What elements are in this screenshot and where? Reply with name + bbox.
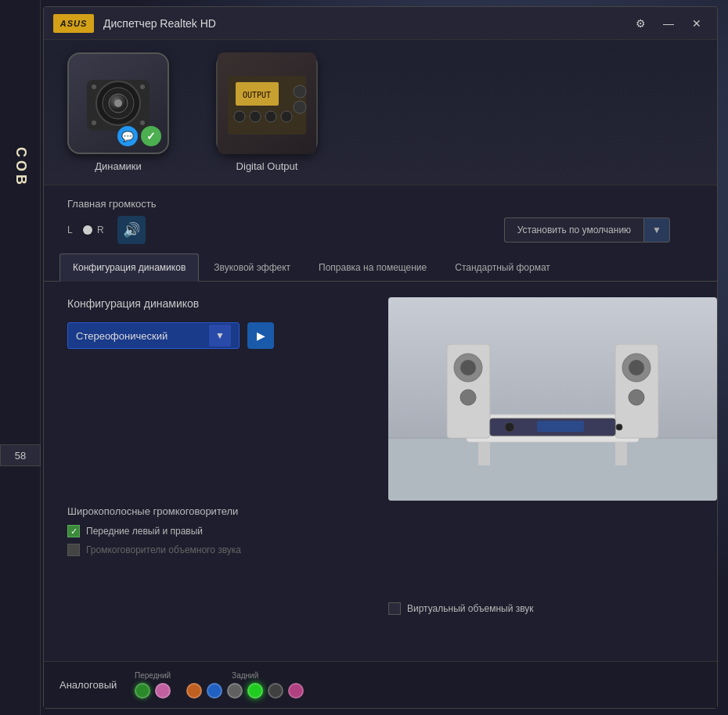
set-default-button[interactable]: Установить по умолчанию ▼ xyxy=(504,217,670,243)
svg-point-25 xyxy=(460,360,476,375)
svg-point-16 xyxy=(294,85,306,98)
rear-green-dot[interactable] xyxy=(247,683,263,699)
rear-gray-dot[interactable] xyxy=(227,683,243,699)
rear-pink-dot[interactable] xyxy=(288,683,304,699)
chat-badge: 💬 xyxy=(117,126,138,146)
svg-point-17 xyxy=(294,101,306,113)
app-title: Диспетчер Realtek HD xyxy=(103,17,629,30)
svg-point-5 xyxy=(92,84,96,89)
svg-point-13 xyxy=(250,111,261,122)
speaker-visualization xyxy=(388,297,717,501)
device-area: 💬 ✓ Динамики OUTPUT xyxy=(44,40,717,185)
digital-label: Digital Output xyxy=(236,160,298,172)
asus-logo-text: ASUS xyxy=(53,14,94,33)
svg-point-6 xyxy=(140,84,145,89)
tab-room[interactable]: Поправка на помещение xyxy=(305,253,440,281)
svg-point-14 xyxy=(265,111,276,122)
analog-label: Аналоговый xyxy=(59,679,122,691)
digital-output-icon: OUTPUT xyxy=(224,60,310,146)
asus-logo: ASUS xyxy=(53,14,94,33)
volume-section: Главная громкость L R 🔊 Установить по ум… xyxy=(44,185,717,253)
svg-rect-22 xyxy=(615,442,627,465)
config-section-label: Конфигурация динамиков xyxy=(67,297,365,310)
digital-icon-inner: OUTPUT xyxy=(218,52,316,154)
speakers-label: Динамики xyxy=(95,160,142,172)
speaker-viz-svg xyxy=(388,297,717,501)
tab-panel: Конфигурация динамиков Стереофонический … xyxy=(44,282,717,708)
checkboxes-section-title: Широкополосные громкоговорители xyxy=(67,505,365,517)
left-panel: Конфигурация динамиков Стереофонический … xyxy=(44,282,388,708)
checkboxes-section: Широкополосные громкоговорители ✓ Передн… xyxy=(67,505,365,556)
svg-point-34 xyxy=(616,424,622,430)
dropdown-arrow-icon: ▼ xyxy=(209,325,231,347)
check-badge: ✓ xyxy=(141,126,161,146)
set-default-arrow-btn[interactable]: ▼ xyxy=(643,217,670,243)
volume-row: L R 🔊 xyxy=(67,216,146,244)
settings-button[interactable]: ⚙ xyxy=(629,13,651,34)
app-window: ASUS Диспетчер Realtek HD ⚙ — ✕ xyxy=(43,6,718,709)
front-lr-checkbox[interactable]: ✓ xyxy=(67,525,80,537)
volume-row-wrap: L R 🔊 Установить по умолчанию ▼ xyxy=(67,216,694,244)
svg-text:OUTPUT: OUTPUT xyxy=(243,91,271,99)
device-speakers[interactable]: 💬 ✓ Динамики xyxy=(67,52,169,172)
svg-rect-32 xyxy=(537,421,584,432)
sidebar-number: 58 xyxy=(0,444,41,466)
svg-point-26 xyxy=(460,390,476,405)
tab-effects[interactable]: Звуковой эффект xyxy=(200,253,304,281)
dropdown-value: Стереофонический xyxy=(76,330,209,342)
title-controls: ⚙ — ✕ xyxy=(629,13,708,34)
virtual-surround-row: Виртуальный объемный звук xyxy=(388,602,701,615)
play-button[interactable]: ▶ xyxy=(247,322,274,349)
virtual-surround-label: Виртуальный объемный звук xyxy=(407,603,534,614)
svg-point-8 xyxy=(140,120,145,125)
svg-point-33 xyxy=(505,422,514,432)
rear-port-group: Задний xyxy=(186,671,304,699)
vol-r-label: R xyxy=(97,225,108,235)
speakers-icon-wrap: 💬 ✓ xyxy=(67,52,169,154)
digital-icon-wrap: OUTPUT xyxy=(216,52,318,154)
badge-area: 💬 ✓ xyxy=(117,126,161,146)
set-default-main-btn[interactable]: Установить по умолчанию xyxy=(504,217,643,243)
svg-point-12 xyxy=(234,111,245,122)
main-content: 💬 ✓ Динамики OUTPUT xyxy=(44,40,717,708)
tab-config[interactable]: Конфигурация динамиков xyxy=(59,253,199,282)
device-digital[interactable]: OUTPUT Digital Output xyxy=(216,52,318,172)
surround-checkbox[interactable] xyxy=(67,544,80,556)
minimize-button[interactable]: — xyxy=(658,13,679,34)
rear-blue-dot[interactable] xyxy=(207,683,222,699)
front-label: Передний xyxy=(135,671,171,680)
svg-point-30 xyxy=(629,390,644,405)
front-lr-row: ✓ Передние левый и правый xyxy=(67,525,365,537)
front-lr-label: Передние левый и правый xyxy=(86,526,203,537)
config-row: Стереофонический ▼ ▶ xyxy=(67,322,365,349)
rear-orange-dot[interactable] xyxy=(186,683,202,699)
svg-point-4 xyxy=(114,99,122,107)
right-panel: Виртуальный объемный звук xyxy=(388,282,717,708)
volume-icon-button[interactable]: 🔊 xyxy=(117,216,146,244)
svg-point-29 xyxy=(629,360,644,375)
rear-label: Задний xyxy=(232,671,258,680)
speaker-config-dropdown[interactable]: Стереофонический ▼ xyxy=(67,322,240,349)
svg-rect-18 xyxy=(388,438,717,501)
title-bar: ASUS Диспетчер Realtek HD ⚙ — ✕ xyxy=(44,7,717,40)
surround-label: Громкоговорители объемного звука xyxy=(86,544,241,555)
tab-format[interactable]: Стандартный формат xyxy=(441,253,564,281)
volume-label: Главная громкость xyxy=(67,198,694,210)
svg-point-15 xyxy=(281,111,292,122)
svg-rect-21 xyxy=(478,442,490,465)
front-green-dot[interactable] xyxy=(135,683,150,699)
volume-thumb[interactable] xyxy=(83,225,92,235)
virtual-surround-checkbox[interactable] xyxy=(388,602,401,615)
rear-darkgray-dot[interactable] xyxy=(268,683,283,699)
tabs-bar: Конфигурация динамиков Звуковой эффект П… xyxy=(44,253,717,282)
bottom-bar: Аналоговый Передний Задний xyxy=(44,661,717,708)
front-pink-dot[interactable] xyxy=(155,683,171,699)
svg-point-7 xyxy=(92,120,96,125)
vol-l-label: L xyxy=(67,225,78,235)
sidebar: COB 58 xyxy=(0,0,41,715)
front-dots xyxy=(135,683,171,699)
front-port-group: Передний xyxy=(135,671,171,699)
close-button[interactable]: ✕ xyxy=(686,13,708,34)
sidebar-cob-label: COB xyxy=(0,137,41,198)
surround-row: Громкоговорители объемного звука xyxy=(67,544,365,556)
